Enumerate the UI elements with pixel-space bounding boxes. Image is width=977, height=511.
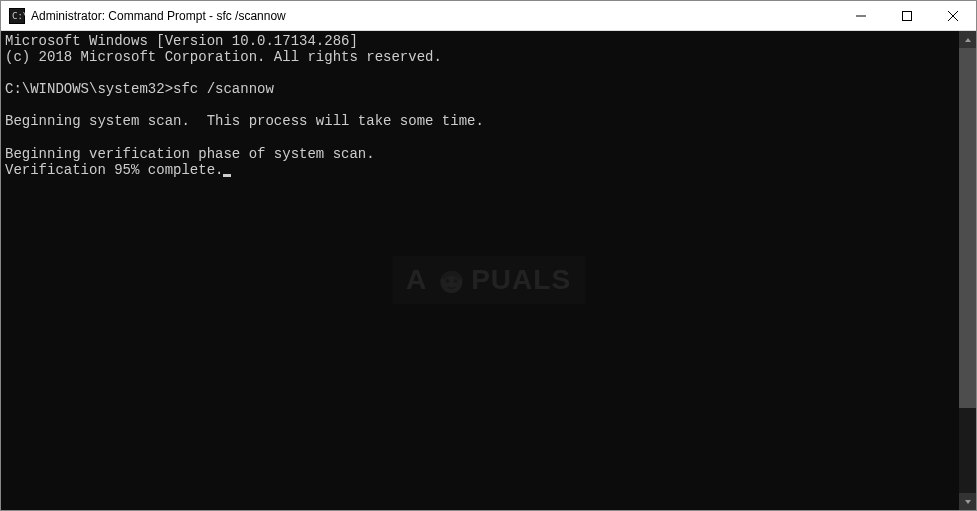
watermark-icon xyxy=(433,262,469,298)
window-controls xyxy=(838,1,976,30)
cursor xyxy=(223,174,231,177)
output-line: Verification 95% complete. xyxy=(5,162,223,178)
scroll-up-arrow[interactable] xyxy=(959,31,976,48)
svg-marker-7 xyxy=(965,38,971,42)
svg-rect-4 xyxy=(903,12,912,21)
svg-text:C:\: C:\ xyxy=(12,11,25,21)
command-prompt-window: C:\ Administrator: Command Prompt - sfc … xyxy=(0,0,977,511)
watermark: A PUALS xyxy=(392,256,585,304)
output-line: Beginning verification phase of system s… xyxy=(5,146,375,162)
watermark-suffix: PUALS xyxy=(471,264,571,296)
scroll-thumb[interactable] xyxy=(959,48,976,408)
close-button[interactable] xyxy=(930,1,976,31)
window-title: Administrator: Command Prompt - sfc /sca… xyxy=(31,9,838,23)
prompt-line: C:\WINDOWS\system32>sfc /scannow xyxy=(5,81,274,97)
vertical-scrollbar[interactable] xyxy=(959,31,976,510)
cmd-icon: C:\ xyxy=(9,8,25,24)
output-line: (c) 2018 Microsoft Corporation. All righ… xyxy=(5,49,442,65)
svg-point-11 xyxy=(453,279,457,283)
svg-marker-8 xyxy=(965,500,971,504)
watermark-prefix: A xyxy=(406,264,427,296)
scroll-track[interactable] xyxy=(959,48,976,493)
minimize-button[interactable] xyxy=(838,1,884,31)
terminal-container: Microsoft Windows [Version 10.0.17134.28… xyxy=(1,31,976,510)
output-line: Microsoft Windows [Version 10.0.17134.28… xyxy=(5,33,358,49)
output-line: Beginning system scan. This process will… xyxy=(5,113,484,129)
scroll-down-arrow[interactable] xyxy=(959,493,976,510)
maximize-button[interactable] xyxy=(884,1,930,31)
svg-point-10 xyxy=(445,279,449,283)
titlebar[interactable]: C:\ Administrator: Command Prompt - sfc … xyxy=(1,1,976,31)
